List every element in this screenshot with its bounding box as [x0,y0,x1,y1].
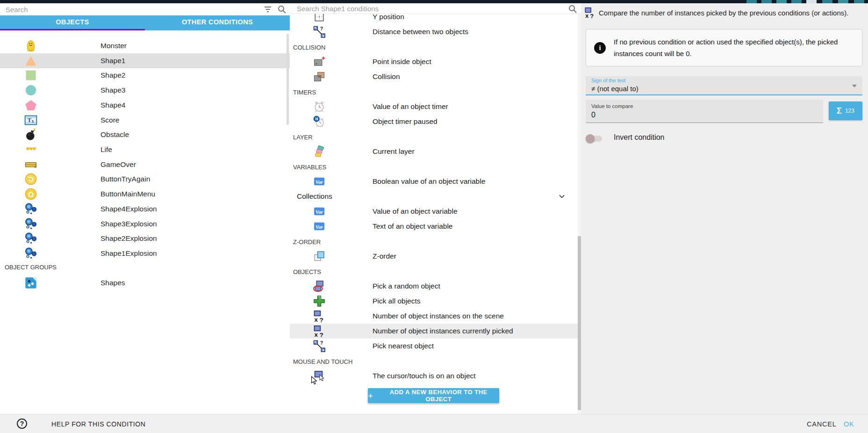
group-row-shapes[interactable]: Shapes [0,275,290,290]
object-row-score[interactable]: TxScore [0,113,290,128]
text-object-icon: Tx [24,114,37,127]
object-row-shape3[interactable]: Shape3 [0,83,290,98]
value-to-compare-label: Value to compare [591,103,633,109]
object-search-bar [0,3,290,15]
monster-icon [24,39,37,52]
info-text: If no previous condition or action used … [614,36,862,59]
condition-row-distance-between-two-objects[interactable]: ?Distance between two objects [290,24,578,39]
condition-row-boolean-value-of-an-object-variable[interactable]: VarBoolean value of an object variable [290,174,578,189]
add-behavior-button[interactable]: + ADD A NEW BEHAVIOR TO THE OBJECT [368,388,499,403]
mouse-cursor [311,376,318,387]
condition-row-object-timer-paused[interactable]: Object timer paused [290,114,578,129]
condition-row-z-order[interactable]: Z-order [290,249,578,264]
object-row-shape3explosion[interactable]: Shape3Explosion [0,216,290,231]
condition-row-value-of-an-object-timer[interactable]: Value of an object timer [290,99,578,114]
condition-parameters-panel: x? Compare the number of instances picke… [581,3,868,414]
sigma-digits-label: 123 [845,108,854,114]
expression-builder-button[interactable]: Σ 123 [829,101,862,120]
help-button[interactable]: HELP FOR THIS CONDITION [51,420,146,428]
condition-list: Y position?Distance between two objectsC… [290,9,581,414]
sign-of-test-label: Sign of the test [591,78,625,83]
condition-label: Number of object instances currently pic… [373,324,513,339]
collision-icon [313,70,326,83]
condition-row-pick-a-random-object[interactable]: Pick a random object [290,279,578,294]
condition-label: Boolean value of an object variable [373,174,485,189]
condition-row-collision[interactable]: Collision [290,69,578,84]
condition-row-text-of-an-object-variable[interactable]: VarText of an object variable [290,219,578,234]
object-row-buttonmainmenu[interactable]: ButtonMainMenu [0,187,290,202]
chevron-down-icon [558,193,566,200]
toolbar-tile [746,0,757,3]
object-row-buttontryagain[interactable]: ButtonTryAgain [0,172,290,187]
svg-text:x: x [315,316,318,323]
svg-text:?: ? [320,332,323,338]
info-box: i If no previous condition or action use… [586,29,862,66]
help-icon[interactable]: ? [17,419,27,429]
svg-text:x: x [315,331,318,338]
tab-other-conditions[interactable]: OTHER CONDITIONS [145,15,290,29]
object-row-obstacle[interactable]: Obstacle [0,127,290,142]
filter-icon[interactable] [263,5,273,14]
sign-of-test-select[interactable]: Sign of the test ≠ (not equal to) [586,76,862,95]
object-row-shape1[interactable]: Shape1 [0,53,290,68]
cancel-button[interactable]: CANCEL [807,420,837,428]
condition-row-pick-all-objects[interactable]: Pick all objects [290,294,578,309]
search-icon[interactable] [277,5,287,14]
condition-row-current-layer[interactable]: Current layer [290,144,578,159]
group-label: Shapes [100,275,125,290]
toolbar-tile [791,0,802,3]
object-row-shape1explosion[interactable]: Shape1Explosion [0,246,290,261]
object-row-monster[interactable]: Monster [0,38,290,53]
svg-text:Var: Var [316,224,323,230]
invert-condition-label: Invert condition [614,133,665,142]
tab-objects[interactable]: OBJECTS [0,15,145,29]
search-icon[interactable] [568,4,577,14]
object-label: Life [100,142,112,157]
object-label: Shape3 [100,83,125,98]
condition-list-scrollbar[interactable] [578,236,581,410]
object-list-scrollbar[interactable] [287,34,289,125]
expander-collections[interactable]: Collections [290,189,578,204]
object-row-life[interactable]: Life [0,142,290,157]
condition-row-the-cursor-touch-is-on-an-object[interactable]: The cursor/touch is on an object [290,368,578,383]
condition-search-bar [290,3,581,14]
z-order-icon [313,250,326,263]
condition-search-input[interactable] [297,4,559,14]
condition-label: Current layer [373,144,415,159]
group-shapes-icon [24,276,37,289]
instances-count-icon: x? [584,7,596,19]
object-label: Obstacle [100,127,129,142]
particles-icon [24,217,37,231]
button-restart-icon [24,173,37,186]
var-icon: Var [313,205,326,218]
condition-row-value-of-an-object-variable[interactable]: VarValue of an object variable [290,204,578,219]
condition-label: The cursor/touch is on an object [373,368,476,383]
condition-row-number-of-object-instances-on-the-scene[interactable]: x?Number of object instances on the scen… [290,309,578,324]
object-search-input[interactable] [6,4,253,14]
toolbar-tile [761,0,772,3]
condition-group-header: MOUSE AND TOUCH [293,354,527,368]
invert-condition-row: Invert condition [586,131,773,147]
condition-editor-dialog: OBJECTSOTHER CONDITIONS MonsterShape1Sha… [0,0,868,433]
hearts-icon [24,143,37,156]
ok-button[interactable]: OK [844,420,854,428]
object-row-shape2explosion[interactable]: Shape2Explosion [0,231,290,246]
object-row-shape4explosion[interactable]: Shape4Explosion [0,202,290,216]
invert-condition-toggle[interactable] [587,136,602,142]
value-to-compare-input[interactable] [591,111,816,119]
object-row-shape4[interactable]: Shape4 [0,98,290,113]
particles-icon [24,247,37,260]
app-toolbar-strip [0,0,868,3]
object-label: Shape4 [100,98,125,113]
condition-row-pick-nearest-object[interactable]: ?Pick nearest object [290,339,578,354]
condition-row-point-inside-object[interactable]: Point inside object [290,54,578,69]
object-label: ButtonTryAgain [100,172,150,187]
object-row-gameover[interactable]: GameOver [0,157,290,172]
add-behavior-label: ADD A NEW BEHAVIOR TO THE OBJECT [378,389,499,403]
object-row-shape2[interactable]: Shape2 [0,68,290,83]
condition-label: Collision [373,69,400,84]
condition-group-header: TIMERS [293,84,527,99]
shape3-circle-icon [24,84,37,97]
condition-row-number-of-object-instances-currently-picked[interactable]: x?Number of object instances currently p… [290,324,578,339]
object-label: ButtonMainMenu [100,187,155,202]
